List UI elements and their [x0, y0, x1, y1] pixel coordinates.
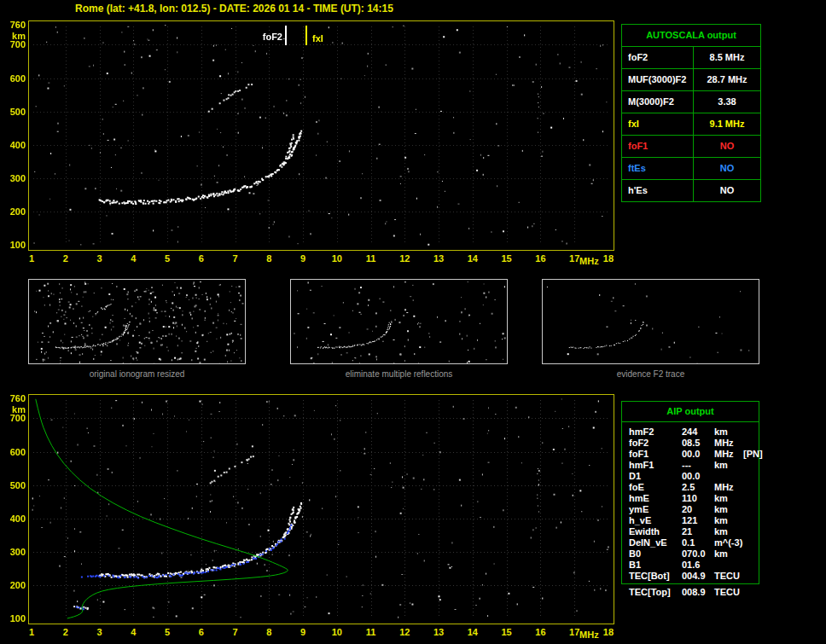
x-axis-unit: MHz [579, 256, 599, 266]
aip-value: 20 [682, 504, 714, 515]
aip-value: 110 [682, 493, 714, 504]
y-tick-label: 300 [2, 173, 26, 183]
autoscala-row-label: M(3000)F2 [622, 91, 694, 113]
autoscala-row-ftes: ftEs NO [622, 158, 760, 180]
autoscala-title: AUTOSCALA output [622, 25, 760, 47]
x-tick-label: 11 [361, 627, 381, 637]
autoscala-row-value: NO [694, 136, 760, 157]
bottom-ionogram-plot [28, 394, 614, 624]
y-axis-unit: km [2, 404, 26, 415]
aip-value: 2.5 [682, 482, 714, 493]
aip-unit: km [714, 426, 743, 438]
aip-row-h-ve: h_vE121km [622, 515, 759, 526]
aip-unit: km [714, 504, 743, 515]
autoscala-row-value: 3.38 [694, 91, 760, 113]
aip-unit: MHz [714, 449, 743, 460]
aip-label: h_vE [629, 515, 682, 526]
autoscala-row-value: 8.5 MHz [694, 47, 760, 68]
x-tick-label: 7 [225, 627, 246, 637]
aip-value: 070.0 [682, 548, 714, 560]
thumb-f2-canvas [543, 280, 759, 363]
aip-unit: km [714, 548, 743, 560]
aip-note [743, 571, 759, 582]
autoscala-row-fxi: fxI 9.1 MHz [622, 113, 760, 136]
aip-note: [PN] [743, 449, 763, 460]
y-tick-label: 200 [2, 206, 26, 217]
aip-label: hmF2 [629, 426, 682, 438]
aip-value: 08.5 [682, 438, 714, 449]
aip-unit: km [714, 515, 743, 526]
y-tick-label: 760 [2, 393, 26, 403]
aip-unit: MHz [714, 438, 743, 449]
station-date-title: Rome (lat: +41.8, lon: 012.5) - DATE: 20… [75, 3, 393, 15]
fof2-marker-label: foF2 [247, 32, 282, 42]
aip-label: foE [629, 482, 682, 493]
thumb-original-canvas [29, 280, 245, 363]
aip-value: 00.0 [682, 449, 714, 460]
autoscala-row-value: NO [694, 180, 760, 201]
aip-label: foF2 [629, 438, 682, 449]
autoscala-row-hpes: h'Es NO [622, 180, 760, 201]
autoscala-panel: AUTOSCALA output foF2 8.5 MHz MUF(3000)F… [621, 24, 761, 202]
aip-note [743, 504, 759, 515]
aip-value: 0.1 [682, 537, 714, 548]
aip-value: 00.0 [682, 471, 714, 482]
aip-unit [714, 560, 743, 571]
aip-label: ymE [629, 504, 682, 515]
aip-tec-top-row: TEC[Top] 008.9 TECU [622, 587, 765, 598]
x-tick-label: 1 [21, 627, 42, 637]
x-tick-label: 9 [293, 253, 313, 264]
x-tick-label: 12 [394, 253, 415, 264]
y-tick-label: 500 [2, 480, 26, 490]
thumb-original-ionogram [28, 279, 246, 364]
thumb-caption-original: original ionogram resized [28, 369, 246, 379]
aip-note [743, 560, 759, 571]
autoscala-row-label: MUF(3000)F2 [622, 69, 694, 90]
y-tick-label: 600 [2, 447, 26, 457]
x-tick-label: 3 [90, 627, 110, 637]
x-tick-label: 5 [157, 253, 177, 264]
autoscala-row-label: foF1 [622, 136, 694, 157]
autoscala-row-fof2: foF2 8.5 MHz [622, 47, 760, 69]
aip-note [743, 460, 759, 471]
aip-row-b0: B0070.0km [622, 548, 759, 560]
aip-note [743, 526, 759, 537]
x-tick-label: 11 [361, 253, 381, 264]
x-tick-label: 14 [462, 253, 483, 264]
aip-value: 121 [682, 515, 714, 526]
aip-value: 01.6 [682, 560, 714, 571]
aip-title: AIP output [622, 402, 759, 422]
aip-row-ewidth: Ewidth21km [622, 526, 759, 537]
thumb-eliminate-multiples [290, 279, 508, 364]
aip-label: hmF1 [629, 460, 682, 471]
aip-note [743, 537, 759, 548]
aip-value: 244 [682, 426, 714, 438]
aip-label: D1 [629, 471, 682, 482]
aip-note [743, 426, 759, 438]
aip-row-hmf1: hmF1---km [622, 460, 759, 471]
aip-row-tec-bot-: TEC[Bot]004.9TECU [622, 571, 759, 582]
aip-label: Ewidth [629, 526, 682, 537]
aip-value: --- [682, 460, 714, 471]
thumb-caption-eliminate: eliminate multiple reflections [290, 369, 508, 379]
aip-unit: km [714, 493, 743, 504]
aip-list: hmF2244kmfoF208.5MHzfoF100.0MHz[PN]hmF1-… [622, 422, 759, 583]
y-axis-unit: km [2, 31, 26, 41]
x-tick-label: 16 [530, 253, 550, 264]
y-tick-label: 700 [2, 39, 26, 49]
aip-note [743, 482, 759, 493]
aip-panel: AIP output hmF2244kmfoF208.5MHzfoF100.0M… [621, 401, 759, 584]
aip-unit: MHz [714, 482, 743, 493]
x-tick-label: 10 [327, 627, 347, 637]
autoscala-row-muf3000f2: MUF(3000)F2 28.7 MHz [622, 69, 760, 91]
x-tick-label: 7 [225, 253, 246, 264]
aip-note [743, 548, 759, 560]
aip-row-fof1: foF100.0MHz[PN] [622, 449, 759, 460]
x-tick-label: 2 [55, 627, 76, 637]
aip-row-foe: foE2.5MHz [622, 482, 759, 493]
aip-label: foF1 [629, 449, 682, 460]
x-axis-unit: MHz [579, 629, 599, 640]
aip-label: B0 [629, 548, 682, 560]
autoscala-row-value: 28.7 MHz [694, 69, 760, 90]
y-tick-label: 700 [2, 413, 26, 423]
